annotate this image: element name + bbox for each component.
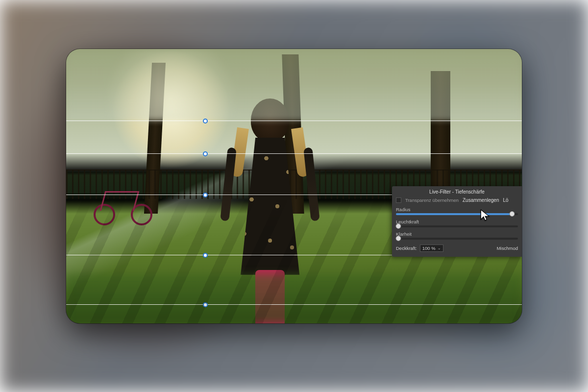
dof-guide-line[interactable] xyxy=(66,153,522,154)
dof-guide-line[interactable] xyxy=(66,304,522,305)
dof-handle[interactable] xyxy=(203,253,208,258)
chevron-down-icon: ⌄ xyxy=(438,246,441,250)
opacity-value: 100 % xyxy=(422,245,436,251)
delete-button[interactable]: Lö xyxy=(503,197,508,203)
live-filter-panel: Live-Filter - Tiefenschärfe Transparenz … xyxy=(392,186,522,257)
bicycle xyxy=(94,186,152,225)
vibrance-label: Leuchtkraft xyxy=(396,219,518,224)
preview-card: Live-Filter - Tiefenschärfe Transparenz … xyxy=(66,49,522,323)
subject-child xyxy=(221,98,319,323)
radius-slider[interactable] xyxy=(396,213,518,215)
clarity-label: Klarheit xyxy=(396,231,518,237)
preserve-alpha-label: Transparenz übernehmen xyxy=(405,197,459,203)
panel-title: Live-Filter - Tiefenschärfe xyxy=(396,189,518,195)
opacity-dropdown[interactable]: 100 % ⌄ xyxy=(420,245,443,252)
dof-blur-top xyxy=(66,49,522,121)
dof-handle[interactable] xyxy=(203,302,208,307)
opacity-label: Deckkraft: xyxy=(396,245,417,251)
radius-label: Radius xyxy=(396,207,518,212)
dof-handle[interactable] xyxy=(203,193,208,197)
dof-blur-bottom xyxy=(66,274,522,323)
clarity-slider[interactable] xyxy=(396,238,518,240)
tree-trunk xyxy=(144,63,166,214)
tree-trunk xyxy=(282,54,304,214)
dof-handle[interactable] xyxy=(203,151,208,156)
merge-button[interactable]: Zusammenlegen xyxy=(463,197,499,203)
dof-handle[interactable] xyxy=(203,119,208,123)
blend-mode-label: Mischmod xyxy=(497,245,518,251)
vibrance-slider[interactable] xyxy=(396,225,518,227)
preserve-alpha-checkbox[interactable] xyxy=(396,197,401,203)
dof-guide-line[interactable] xyxy=(66,121,522,121)
